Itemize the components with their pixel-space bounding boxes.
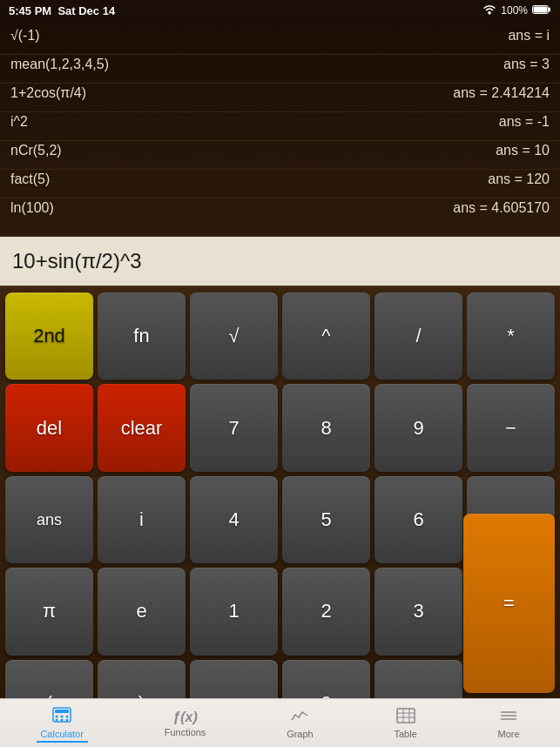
history-ans-4: ans = 10 [410,143,550,158]
history-expr-1: mean(1,2,3,4,5) [10,57,410,72]
tab-more-label: More [498,729,520,739]
tab-functions-label: Functions [165,727,206,737]
svg-point-6 [56,716,58,718]
history-row-1: mean(1,2,3,4,5) ans = 3 [0,55,560,83]
history-ans-2: ans = 2.414214 [410,85,550,101]
history-ans-1: ans = 3 [410,57,550,72]
minus-button[interactable]: − [467,384,555,471]
history-row-5: fact(5) ans = 120 [0,170,560,198]
history-row-6: ln(100) ans = 4.605170 [0,199,560,226]
tab-more[interactable]: More [488,704,530,743]
history-expr-0: √(-1) [10,28,410,44]
svg-point-10 [61,719,64,722]
functions-icon: ƒ(x) [172,710,197,725]
svg-point-8 [66,716,69,718]
tab-calculator-label: Calculator [40,729,84,739]
history-expr-5: fact(5) [10,172,410,187]
clear-button[interactable]: clear [98,384,186,471]
history-ans-6: ans = 4.605170 [410,200,550,216]
history-expr-6: ln(100) [10,200,410,216]
1-button[interactable]: 1 [190,568,278,655]
history-expr-3: i^2 [10,114,410,130]
5-button[interactable]: 5 [282,476,370,563]
more-icon [499,708,518,727]
table-icon [396,708,415,727]
svg-rect-2 [534,6,548,12]
equals-button[interactable]: = [463,514,555,693]
tab-graph[interactable]: Graph [276,704,324,743]
tab-table[interactable]: Table [383,704,427,743]
status-icons: 100% [482,4,551,17]
history-row-2: 1+2cos(π/4) ans = 2.414214 [0,84,560,111]
svg-point-9 [56,719,58,722]
4-button[interactable]: 4 [190,476,278,563]
svg-point-11 [66,719,69,722]
pi-button[interactable]: π [5,568,93,655]
9-button[interactable]: 9 [374,384,462,471]
history-row-4: nCr(5,2) ans = 10 [0,141,560,169]
battery-label: 100% [501,4,528,17]
divide-button[interactable]: / [374,293,462,380]
current-expression: 10+sin(π/2)^3 [12,249,142,273]
svg-rect-3 [549,7,550,11]
history-expr-4: nCr(5,2) [10,143,410,158]
i-button[interactable]: i [98,476,186,563]
power-button[interactable]: ^ [282,293,370,380]
fn-button[interactable]: fn [98,293,186,380]
button-row-1: 2nd fn √ ^ / * [5,293,555,380]
history-ans-0: ans = i [410,28,550,44]
tab-graph-label: Graph [287,729,314,739]
6-button[interactable]: 6 [374,476,462,563]
3-button[interactable]: 3 [374,568,462,655]
svg-point-7 [61,716,64,718]
2-button[interactable]: 2 [282,568,370,655]
ans-button[interactable]: ans [5,476,93,563]
history-expr-2: 1+2cos(π/4) [10,85,410,101]
del-button[interactable]: del [5,384,93,471]
history-ans-5: ans = 120 [410,172,550,187]
status-bar: 5:45 PM Sat Dec 14 100% [0,0,560,21]
svg-point-0 [489,11,491,14]
battery-icon [532,4,551,17]
calculator-icon [52,707,71,727]
current-input-area: 10+sin(π/2)^3 [0,237,560,287]
tab-table-label: Table [394,729,416,739]
wifi-icon [482,4,496,17]
history-row-3: i^2 ans = -1 [0,112,560,140]
history-area: √(-1) ans = i mean(1,2,3,4,5) ans = 3 1+… [0,21,560,237]
2nd-button[interactable]: 2nd [5,293,93,380]
svg-rect-12 [397,709,415,723]
e-button[interactable]: e [98,568,186,655]
tab-functions[interactable]: ƒ(x) Functions [154,706,217,741]
8-button[interactable]: 8 [282,384,370,471]
history-row-0: √(-1) ans = i [0,26,560,54]
graph-icon [290,708,309,727]
button-row-2: del clear 7 8 9 − [5,384,555,471]
tab-calculator[interactable]: Calculator [30,703,94,743]
multiply-button[interactable]: * [467,293,555,380]
history-ans-3: ans = -1 [410,114,550,130]
7-button[interactable]: 7 [190,384,278,471]
sqrt-button[interactable]: √ [190,293,278,380]
status-time: 5:45 PM Sat Dec 14 [9,4,115,17]
tab-bar: Calculator ƒ(x) Functions Graph Table [0,698,560,747]
svg-rect-5 [55,710,69,713]
